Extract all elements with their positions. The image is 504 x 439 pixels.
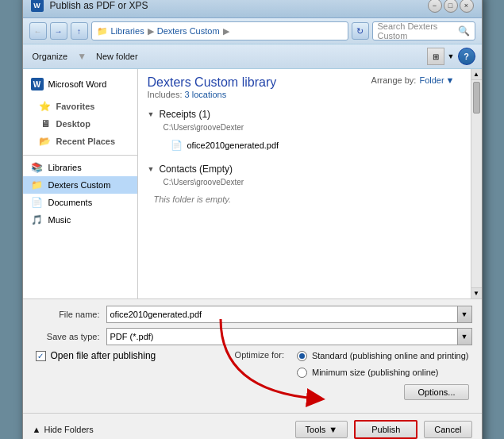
bottom-form-area: File name: ▼ Save as type: ▼ ✓ Open file [23,299,482,413]
search-icon[interactable]: 🔍 [458,25,470,37]
cancel-button[interactable]: Cancel [424,421,471,438]
save-type-dropdown[interactable]: ▼ [458,328,472,345]
folder-contacts-label: Contacts (Empty) [159,164,233,175]
forward-button[interactable]: → [50,22,67,40]
radio-minimum-button[interactable] [297,368,307,378]
sidebar-item-music[interactable]: 🎵 Music [23,211,137,229]
organize-button[interactable]: Organize [29,50,71,63]
sidebar-music-label: Music [48,215,71,225]
save-type-input[interactable] [106,328,458,345]
open-after-label: Open file after publishing [51,350,156,361]
title-bar: W Publish as PDF or XPS − □ × [23,0,482,18]
search-box[interactable]: Search Dexters Custom 🔍 [372,21,475,40]
documents-icon: 📄 [31,196,44,209]
file-name-dropdown[interactable]: ▼ [458,306,472,323]
sidebar-item-desktop[interactable]: 🖥 Desktop [31,115,129,133]
sidebar-recent-label: Recent Places [56,137,116,146]
app-icon: W [31,0,44,12]
sidebar-item-dexters-custom[interactable]: 📁 Dexters Custom [23,176,137,194]
navigation-bar: ← → ↑ 📁 Libraries ▶ Dexters Custom ▶ ↻ S… [23,18,482,44]
sidebar-desktop-label: Desktop [56,119,90,129]
file-name-label: File name: [33,310,100,319]
desktop-icon: 🖥 [39,117,52,130]
toolbar-separator: ▼ [77,51,87,62]
hide-folders-icon: ▲ [33,425,41,434]
dexters-icon: 📁 [31,179,44,191]
file-pane: Dexters Custom library Includes: 3 locat… [138,69,471,298]
sidebar-item-documents[interactable]: 📄 Documents [23,194,137,211]
sidebar-libraries-label: Libraries [48,163,82,172]
minimize-button[interactable]: − [428,0,442,13]
sidebar-favorites-label: Favorites [56,102,95,111]
library-subtitle: Includes: 3 locations [148,90,461,99]
folder-receipts-header[interactable]: ▼ Receipts (1) [148,109,461,120]
sidebar-item-label: Microsoft Word [48,79,107,89]
empty-folder-text: This folder is empty. [154,191,461,207]
search-placeholder: Search Dexters Custom [378,21,455,40]
refresh-button[interactable]: ↻ [352,22,369,40]
up-button[interactable]: ↑ [71,22,88,40]
sidebar-item-libraries[interactable]: 📚 Libraries [23,159,137,176]
new-folder-button[interactable]: New folder [93,50,141,63]
folder-contacts-header[interactable]: ▼ Contacts (Empty) [148,164,461,175]
radio-standard-button[interactable] [297,351,307,361]
hide-folders-label: Hide Folders [44,425,93,434]
arrange-chevron-icon: ▼ [446,75,455,85]
file-name-input[interactable] [106,306,458,323]
optimize-label: Optimize for: [235,350,284,360]
sidebar-dexters-label: Dexters Custom [48,180,111,190]
collapse-icon: ▼ [148,110,155,118]
arrange-by: Arrange by: Folder ▼ [371,75,455,85]
sidebar-item-favorites[interactable]: ⭐ Favorites [31,98,129,115]
sidebar-item-recent[interactable]: 📂 Recent Places [31,133,129,150]
radio-standard[interactable]: Standard (publishing online and printing… [297,350,469,361]
hide-folders-button[interactable]: ▲ Hide Folders [33,425,94,434]
publish-button[interactable]: Publish [354,420,417,439]
dialog-title: Publish as PDF or XPS [50,0,148,11]
music-icon: 🎵 [31,214,44,226]
close-button[interactable]: × [460,0,474,13]
tools-button[interactable]: Tools ▼ [295,421,348,438]
open-after-checkbox[interactable]: ✓ [36,351,46,361]
radio-standard-label: Standard (publishing online and printing… [312,350,469,361]
recent-icon: 📂 [39,135,52,148]
tools-dropdown-icon: ▼ [329,425,337,434]
folder-contacts: ▼ Contacts (Empty) C:\Users\grooveDexter… [148,164,461,207]
nav-icon: 📁 [97,26,108,37]
sidebar-documents-label: Documents [48,198,93,207]
folder-receipts-path: C:\Users\grooveDexter [164,123,461,132]
save-type-label: Save as type: [33,332,100,341]
help-button[interactable]: ? [458,48,475,65]
collapse-icon: ▼ [148,165,155,173]
nav-current[interactable]: Dexters Custom [157,26,220,36]
address-bar[interactable]: 📁 Libraries ▶ Dexters Custom ▶ [91,21,348,40]
scroll-thumb[interactable] [473,82,480,114]
options-button[interactable]: Options... [404,384,468,400]
folder-receipts-label: Receipts (1) [159,109,210,120]
radio-minimum[interactable]: Minimum size (publishing online) [297,367,469,378]
radio-group-optimize: Standard (publishing online and printing… [297,350,469,378]
nav-libraries[interactable]: Libraries [111,26,144,36]
word-icon: W [31,78,44,90]
libraries-icon: 📚 [31,161,44,174]
back-button[interactable]: ← [29,22,47,40]
file-item-pdf[interactable]: 📄 ofice2010generated.pdf [164,137,461,154]
maximize-button[interactable]: □ [444,0,458,13]
view-dropdown-icon[interactable]: ▼ [448,52,455,60]
tools-label: Tools [306,425,326,434]
scrollbar-vertical[interactable]: ▲ ▼ [471,69,482,298]
toolbar: Organize ▼ New folder ⊞ ▼ ? [23,44,482,69]
sidebar-item-word[interactable]: W Microsoft Word [23,75,137,93]
options-row: ✓ Open file after publishing Optimize fo… [33,350,472,400]
file-name-row: File name: ▼ [33,306,472,323]
action-buttons: Tools ▼ Publish Cancel [295,420,472,439]
arrange-dropdown[interactable]: Folder ▼ [419,75,454,85]
folder-receipts: ▼ Receipts (1) C:\Users\grooveDexter 📄 o… [148,109,461,154]
file-item-name: ofice2010generated.pdf [187,141,279,150]
favorites-icon: ⭐ [39,100,52,113]
folder-contacts-path: C:\Users\grooveDexter [164,178,461,187]
locations-link[interactable]: 3 locations [185,90,227,99]
view-button[interactable]: ⊞ [427,48,444,65]
action-bar: ▲ Hide Folders Tools ▼ Publish Cancel [23,413,482,439]
sidebar-section-favorites: ⭐ Favorites 🖥 Desktop 📂 Recent Places [23,93,137,152]
